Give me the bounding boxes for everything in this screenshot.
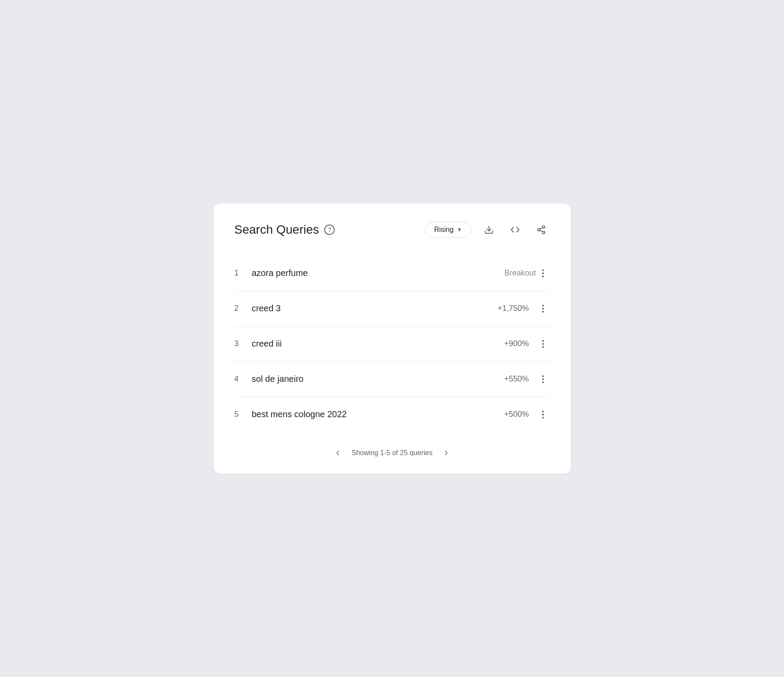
header-left: Search Queries ? bbox=[234, 223, 335, 237]
query-value: +1,750% bbox=[498, 304, 529, 313]
filter-label: Rising bbox=[434, 226, 453, 234]
svg-line-4 bbox=[540, 230, 542, 232]
query-term: creed iii bbox=[252, 339, 504, 349]
query-value: +500% bbox=[504, 410, 529, 419]
svg-line-5 bbox=[540, 227, 542, 229]
rank-number: 2 bbox=[234, 304, 252, 313]
pagination: Showing 1-5 of 25 queries bbox=[234, 446, 550, 460]
query-value: +550% bbox=[504, 374, 529, 384]
table-row: 3creed iii+900% bbox=[234, 327, 550, 362]
search-queries-card: Search Queries ? Rising ▼ bbox=[214, 204, 571, 474]
rank-number: 5 bbox=[234, 410, 252, 419]
next-page-button[interactable] bbox=[439, 446, 453, 460]
more-options-button[interactable] bbox=[536, 337, 550, 351]
pagination-label: Showing 1-5 of 25 queries bbox=[352, 449, 433, 457]
query-term: sol de janeiro bbox=[252, 374, 504, 384]
prev-page-button[interactable] bbox=[331, 446, 345, 460]
query-term: best mens cologne 2022 bbox=[252, 409, 504, 419]
filter-dropdown[interactable]: Rising ▼ bbox=[425, 222, 471, 238]
embed-icon[interactable] bbox=[506, 221, 524, 238]
more-options-button[interactable] bbox=[536, 408, 550, 422]
queries-list: 1azora perfumeBreakout2creed 3+1,750%3cr… bbox=[234, 256, 550, 432]
table-row: 4sol de janeiro+550% bbox=[234, 362, 550, 397]
query-term: creed 3 bbox=[252, 303, 498, 313]
query-term: azora perfume bbox=[252, 268, 505, 278]
card-title: Search Queries bbox=[234, 223, 319, 237]
header-right: Rising ▼ bbox=[425, 221, 550, 238]
share-icon[interactable] bbox=[533, 221, 550, 238]
more-options-button[interactable] bbox=[536, 372, 550, 386]
table-row: 2creed 3+1,750% bbox=[234, 291, 550, 327]
card-header: Search Queries ? Rising ▼ bbox=[234, 221, 550, 238]
more-options-button[interactable] bbox=[536, 266, 550, 280]
query-value: Breakout bbox=[504, 269, 536, 278]
more-options-button[interactable] bbox=[536, 302, 550, 316]
chevron-down-icon: ▼ bbox=[457, 227, 462, 233]
rank-number: 1 bbox=[234, 269, 252, 278]
download-icon[interactable] bbox=[480, 221, 498, 238]
table-row: 5best mens cologne 2022+500% bbox=[234, 397, 550, 432]
rank-number: 4 bbox=[234, 374, 252, 384]
rank-number: 3 bbox=[234, 339, 252, 348]
help-icon[interactable]: ? bbox=[324, 225, 335, 235]
query-value: +900% bbox=[504, 339, 529, 348]
table-row: 1azora perfumeBreakout bbox=[234, 256, 550, 291]
